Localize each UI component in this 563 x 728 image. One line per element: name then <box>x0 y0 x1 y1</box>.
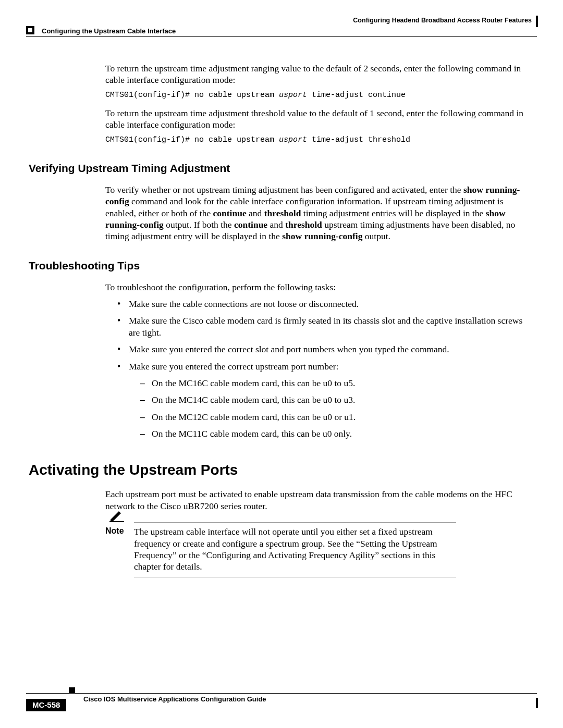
cli-arg: usport <box>279 91 307 100</box>
heading-2: Verifying Upstream Timing Adjustment <box>29 162 534 176</box>
footer-rule-end <box>536 698 538 708</box>
sub-bullet-item: On the MC14C cable modem card, this can … <box>140 394 534 405</box>
note-pencil-icon <box>109 511 124 522</box>
bullet-item: Make sure you entered the correct slot a… <box>117 343 534 355</box>
page-footer: Cisco IOS Multiservice Applications Conf… <box>26 693 537 711</box>
paragraph: To verify whether or not upstream timing… <box>105 184 534 242</box>
book-title: Cisco IOS Multiservice Applications Conf… <box>83 693 266 703</box>
paragraph: To troubleshoot the configuration, perfo… <box>105 281 534 293</box>
note-rule <box>134 522 456 523</box>
bullet-item: Make sure the cable connections are not … <box>117 298 534 310</box>
heading-2: Troubleshooting Tips <box>29 259 534 273</box>
page-number: MC-558 <box>26 699 66 711</box>
cli-suffix: time-adjust threshold <box>307 135 410 144</box>
sub-bullet-list: On the MC16C cable modem card, this can … <box>140 377 534 440</box>
section-title: Configuring the Upstream Cable Interface <box>42 27 176 35</box>
chapter-title: Configuring Headend Broadband Access Rou… <box>353 17 537 24</box>
page-header: Configuring Headend Broadband Access Rou… <box>26 18 537 37</box>
paragraph: Each upstream port must be activated to … <box>105 488 534 512</box>
note-rule <box>134 577 456 577</box>
bullet-list: Make sure the cable connections are not … <box>117 298 534 440</box>
cli-arg: usport <box>279 135 307 144</box>
heading-1: Activating the Upstream Ports <box>29 461 534 479</box>
cli-command: CMTS01(config-if)# no cable upstream usp… <box>105 135 534 145</box>
sub-bullet-item: On the MC12C cable modem card, this can … <box>140 411 534 423</box>
cli-suffix: time-adjust continue <box>307 91 406 100</box>
header-bullet-icon <box>26 26 34 34</box>
sub-bullet-item: On the MC11C cable modem card, this can … <box>140 428 534 439</box>
note-body: The upstream cable interface will not op… <box>134 526 456 573</box>
paragraph: To return the upstream time adjustment t… <box>105 107 534 131</box>
note-label: Note <box>105 526 134 573</box>
page: Configuring Headend Broadband Access Rou… <box>0 0 563 728</box>
paragraph: To return the upstream time adjustment r… <box>105 63 534 86</box>
cli-prefix: CMTS01(config-if)# no cable upstream <box>105 135 279 144</box>
cli-prefix: CMTS01(config-if)# no cable upstream <box>105 91 279 100</box>
sub-bullet-item: On the MC16C cable modem card, this can … <box>140 377 534 389</box>
bullet-item: Make sure the Cisco cable modem card is … <box>117 315 534 338</box>
header-rule-end <box>536 16 538 27</box>
bullet-item: Make sure you entered the correct upstre… <box>117 361 534 440</box>
footer-bullet-icon <box>69 687 75 694</box>
note-block: Note The upstream cable interface will n… <box>105 522 534 577</box>
footer-rule: Cisco IOS Multiservice Applications Conf… <box>26 693 537 711</box>
page-content: To return the upstream time adjustment r… <box>29 63 534 577</box>
cli-command: CMTS01(config-if)# no cable upstream usp… <box>105 90 534 100</box>
